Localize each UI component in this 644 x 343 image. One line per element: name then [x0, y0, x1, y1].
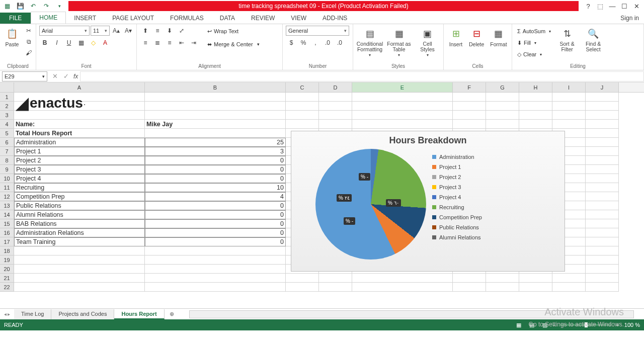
align-middle-icon[interactable]: ≡	[152, 26, 163, 36]
cell[interactable]	[286, 93, 319, 102]
normal-view-icon[interactable]: ▦	[513, 320, 524, 329]
new-sheet-button[interactable]: ⊕	[165, 309, 179, 319]
cell[interactable]	[519, 283, 552, 292]
col-header-H[interactable]: H	[519, 82, 552, 92]
cell[interactable]: 3	[145, 147, 286, 156]
wrap-text-button[interactable]: ↩Wrap Text	[205, 26, 262, 37]
row-header[interactable]: 13	[0, 201, 14, 210]
row-header[interactable]: 7	[0, 147, 14, 156]
cell[interactable]	[14, 255, 145, 265]
cell[interactable]	[519, 274, 552, 283]
help-icon[interactable]: ?	[583, 1, 594, 11]
cell[interactable]	[586, 219, 619, 228]
select-all-button[interactable]	[0, 82, 14, 92]
page-break-view-icon[interactable]: ▥	[539, 320, 550, 329]
cell[interactable]: 0	[145, 201, 286, 210]
cell[interactable]	[14, 274, 145, 283]
cell[interactable]	[519, 120, 552, 129]
cell[interactable]	[586, 183, 619, 192]
align-left-icon[interactable]: ≡	[140, 38, 151, 48]
home-tab[interactable]: HOME	[31, 12, 66, 24]
cell[interactable]	[145, 274, 286, 283]
maximize-icon[interactable]: ☐	[619, 1, 630, 11]
row-header[interactable]: 11	[0, 183, 14, 192]
insert-tab[interactable]: INSERT	[66, 13, 104, 24]
cut-icon[interactable]: ✂	[23, 26, 34, 36]
insert-cells-button[interactable]: ⊞Insert	[447, 26, 465, 48]
align-right-icon[interactable]: ≡	[164, 38, 175, 48]
close-icon[interactable]: ✕	[631, 1, 642, 11]
number-format-combo[interactable]: General▾	[286, 26, 349, 36]
redo-icon[interactable]: ↷	[41, 1, 51, 11]
bold-button[interactable]: B	[39, 38, 50, 48]
row-header[interactable]: 10	[0, 174, 14, 183]
col-header-D[interactable]: D	[319, 82, 352, 92]
autosum-button[interactable]: ΣAutoSum▾	[515, 26, 553, 37]
signin-link[interactable]: Sign in	[615, 13, 644, 24]
cell[interactable]	[519, 111, 552, 120]
cell[interactable]	[319, 93, 352, 102]
font-color-button[interactable]: A	[100, 38, 111, 48]
cell[interactable]	[453, 120, 486, 129]
increase-font-icon[interactable]: A▴	[111, 26, 122, 36]
cell[interactable]: 0	[145, 237, 286, 246]
undo-icon[interactable]: ↶	[28, 1, 38, 11]
decrease-indent-icon[interactable]: ⇤	[176, 38, 187, 48]
align-top-icon[interactable]: ⬆	[140, 26, 151, 36]
cell[interactable]	[352, 111, 453, 120]
accounting-format-icon[interactable]: $	[286, 38, 297, 48]
format-cells-button[interactable]: ▦Format	[488, 26, 509, 48]
cell[interactable]	[286, 120, 319, 129]
cell[interactable]	[552, 93, 586, 102]
cell[interactable]	[586, 111, 619, 120]
cell[interactable]	[586, 246, 619, 255]
cell[interactable]	[586, 165, 619, 174]
increase-indent-icon[interactable]: ⇥	[188, 38, 199, 48]
cell[interactable]: 0	[145, 219, 286, 228]
cell[interactable]	[145, 255, 286, 265]
cell[interactable]	[145, 246, 286, 255]
font-name-combo[interactable]: Arial▾	[39, 26, 90, 36]
col-header-E[interactable]: E	[352, 82, 453, 92]
col-header-G[interactable]: G	[486, 82, 519, 92]
row-header[interactable]: 12	[0, 192, 14, 201]
cell[interactable]	[352, 93, 453, 102]
cell[interactable]: Administration	[14, 138, 145, 147]
find-select-button[interactable]: 🔍Find & Select	[581, 26, 605, 53]
cell[interactable]: BAB Relations	[14, 219, 145, 228]
cell[interactable]	[286, 111, 319, 120]
cell[interactable]: Recruiting	[14, 183, 145, 192]
col-header-B[interactable]: B	[145, 82, 286, 92]
cell[interactable]: 25	[145, 138, 286, 147]
row-header[interactable]: 20	[0, 265, 14, 274]
cell[interactable]	[586, 138, 619, 147]
cell[interactable]: Project 2	[14, 156, 145, 165]
addins-tab[interactable]: ADD-INS	[314, 13, 355, 24]
row-header[interactable]: 22	[0, 283, 14, 292]
cell[interactable]	[552, 283, 586, 292]
cell[interactable]	[486, 111, 519, 120]
sheet-nav-first-icon[interactable]: ◂	[4, 311, 7, 317]
cell[interactable]	[586, 283, 619, 292]
row-header[interactable]: 1	[0, 93, 14, 102]
align-center-icon[interactable]: ≣	[152, 38, 163, 48]
file-tab[interactable]: FILE	[0, 13, 31, 24]
row-header[interactable]: 9	[0, 165, 14, 174]
cell[interactable]	[14, 283, 145, 292]
enter-formula-icon[interactable]: ✓	[60, 71, 71, 81]
merge-center-button[interactable]: ⬌Merge & Center▾	[205, 39, 262, 50]
cell[interactable]: Project 1	[14, 147, 145, 156]
decrease-font-icon[interactable]: A▾	[123, 26, 134, 36]
cell[interactable]	[453, 274, 486, 283]
pagelayout-tab[interactable]: PAGE LAYOUT	[104, 13, 162, 24]
ribbon-display-icon[interactable]: ⬚	[595, 1, 606, 11]
row-header[interactable]: 15	[0, 219, 14, 228]
row-header[interactable]: 8	[0, 156, 14, 165]
increase-decimal-icon[interactable]: .0	[322, 38, 333, 48]
cell[interactable]	[586, 201, 619, 210]
row-header[interactable]: 5	[0, 129, 14, 138]
cell[interactable]	[586, 255, 619, 265]
cell[interactable]	[14, 246, 145, 255]
cell[interactable]: Mike Jay	[145, 120, 286, 129]
cell[interactable]: Name:	[14, 120, 145, 129]
